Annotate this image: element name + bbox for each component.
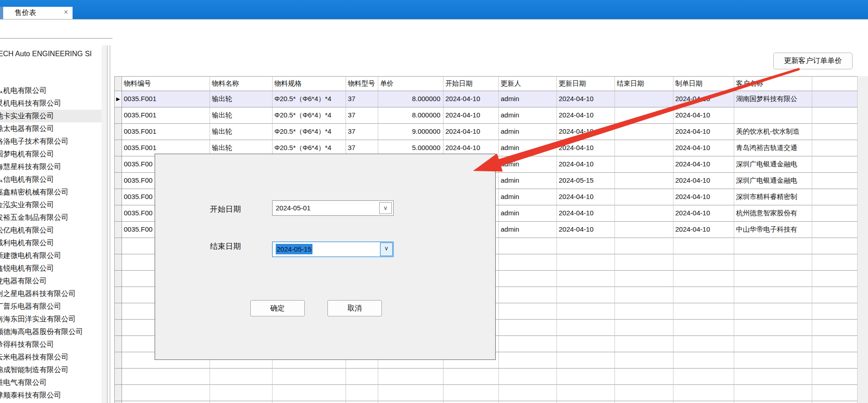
table-cell[interactable]: 美的饮水机-饮水制造 bbox=[734, 124, 812, 140]
end-date-combobox[interactable]: 2024-05-15 ∨ bbox=[272, 242, 394, 257]
table-cell[interactable] bbox=[812, 336, 858, 352]
table-cell[interactable] bbox=[499, 385, 557, 401]
table-cell[interactable] bbox=[734, 271, 812, 287]
table-row[interactable]: ▶0035.F001输出轮Φ20.5*（Φ6*4）*4378.000000202… bbox=[115, 91, 858, 107]
table-cell[interactable] bbox=[615, 189, 673, 205]
table-cell[interactable] bbox=[122, 369, 210, 385]
table-cell[interactable] bbox=[615, 385, 673, 401]
table-cell[interactable]: 深圳广电银通金融电 bbox=[734, 173, 812, 189]
table-cell[interactable] bbox=[615, 320, 673, 336]
table-header-cell[interactable]: 物料编号 bbox=[122, 77, 210, 91]
table-cell[interactable]: 37 bbox=[346, 91, 378, 107]
table-cell[interactable]: 2024-04-10 bbox=[673, 205, 734, 222]
table-cell[interactable] bbox=[812, 124, 858, 140]
table-cell[interactable] bbox=[444, 369, 499, 385]
table-cell[interactable]: 2024-04-10 bbox=[557, 205, 615, 222]
table-cell[interactable] bbox=[812, 91, 858, 107]
table-cell[interactable]: 输出轮 bbox=[210, 91, 273, 107]
table-cell[interactable] bbox=[499, 369, 557, 385]
table-empty-row[interactable] bbox=[115, 401, 858, 403]
table-cell[interactable]: admin bbox=[499, 156, 557, 173]
table-cell[interactable] bbox=[812, 189, 858, 205]
table-cell[interactable] bbox=[499, 320, 557, 336]
table-cell[interactable] bbox=[615, 173, 673, 189]
table-cell[interactable]: 8.000000 bbox=[378, 107, 444, 124]
table-cell[interactable] bbox=[615, 254, 673, 271]
table-cell[interactable]: 2024-04-10 bbox=[673, 140, 734, 156]
table-cell[interactable] bbox=[210, 369, 273, 385]
chevron-down-icon[interactable]: ∨ bbox=[380, 243, 393, 256]
table-cell[interactable] bbox=[812, 107, 858, 124]
sidebar-item[interactable]: 创之星电器科技有限公司 bbox=[0, 287, 102, 300]
table-cell[interactable] bbox=[557, 271, 615, 287]
sidebar-scrollbar[interactable] bbox=[107, 45, 110, 403]
table-cell[interactable] bbox=[557, 254, 615, 271]
table-cell[interactable] bbox=[615, 124, 673, 140]
table-cell[interactable]: admin bbox=[499, 173, 557, 189]
sidebar-item[interactable]: 洛洛电子技术有限公司 bbox=[0, 135, 102, 148]
table-cell[interactable]: 2024-04-10 bbox=[557, 107, 615, 124]
table-cell[interactable] bbox=[378, 369, 444, 385]
table-cell[interactable]: admin bbox=[499, 222, 557, 238]
table-cell[interactable]: 37 bbox=[346, 124, 378, 140]
table-header-cell[interactable]: 结束日期 bbox=[615, 77, 673, 91]
row-marker[interactable] bbox=[115, 320, 122, 336]
row-marker[interactable] bbox=[115, 401, 122, 403]
table-cell[interactable] bbox=[673, 254, 734, 271]
table-cell[interactable] bbox=[734, 254, 812, 271]
table-cell[interactable] bbox=[499, 303, 557, 320]
table-cell[interactable]: 0035.F001 bbox=[122, 124, 210, 140]
table-cell[interactable] bbox=[812, 254, 858, 271]
previous-tab-sliver[interactable] bbox=[0, 7, 3, 19]
row-marker[interactable] bbox=[115, 254, 122, 271]
table-cell[interactable]: admin bbox=[499, 205, 557, 222]
sidebar-item[interactable]: 丁普乐电器有限公司 bbox=[0, 300, 102, 313]
sidebar-item[interactable]: 海慧星科技有限公司 bbox=[0, 160, 102, 173]
table-cell[interactable]: admin bbox=[499, 189, 557, 205]
table-cell[interactable]: admin bbox=[499, 140, 557, 156]
start-date-combobox[interactable]: 2024-05-01 ∨ bbox=[272, 200, 394, 216]
table-cell[interactable] bbox=[557, 320, 615, 336]
table-cell[interactable] bbox=[812, 369, 858, 385]
row-marker[interactable] bbox=[115, 271, 122, 287]
table-cell[interactable] bbox=[615, 91, 673, 107]
table-cell[interactable]: 2024-04-10 bbox=[557, 189, 615, 205]
table-cell[interactable]: Φ20.5*（Φ6*4）*4 bbox=[273, 91, 346, 107]
table-cell[interactable]: 2024-04-10 bbox=[673, 189, 734, 205]
table-header-cell[interactable]: 单价 bbox=[378, 77, 444, 91]
table-cell[interactable] bbox=[812, 320, 858, 336]
table-cell[interactable] bbox=[615, 401, 673, 403]
table-cell[interactable] bbox=[499, 254, 557, 271]
table-empty-row[interactable] bbox=[115, 385, 858, 401]
row-marker[interactable] bbox=[115, 189, 122, 205]
table-cell[interactable] bbox=[122, 385, 210, 401]
table-cell[interactable]: 中山华帝电子科技有 bbox=[734, 222, 812, 238]
table-cell[interactable] bbox=[673, 303, 734, 320]
table-cell[interactable] bbox=[557, 352, 615, 369]
table-row[interactable]: 0035.F001输出轮Φ20.5*（Φ6*4）*4378.0000002024… bbox=[115, 107, 858, 124]
table-cell[interactable]: 2024-04-10 bbox=[673, 222, 734, 238]
table-cell[interactable]: 2024-04-10 bbox=[557, 156, 615, 173]
sidebar-item[interactable]: 鼎太电器有限公司 bbox=[0, 122, 102, 135]
table-cell[interactable]: 2024-04-10 bbox=[673, 91, 734, 107]
table-cell[interactable] bbox=[734, 107, 812, 124]
table-cell[interactable] bbox=[444, 401, 499, 403]
update-order-price-button[interactable]: 更新客户订单单价 bbox=[773, 53, 853, 69]
table-cell[interactable]: 2024-04-10 bbox=[444, 91, 499, 107]
table-cell[interactable] bbox=[122, 401, 210, 403]
table-cell[interactable]: Φ20.5*（Φ6*4）*4 bbox=[273, 107, 346, 124]
table-cell[interactable]: 37 bbox=[346, 107, 378, 124]
table-cell[interactable] bbox=[812, 271, 858, 287]
row-marker[interactable] bbox=[115, 336, 122, 352]
row-marker[interactable] bbox=[115, 385, 122, 401]
table-header-cell[interactable] bbox=[812, 77, 858, 91]
table-cell[interactable] bbox=[273, 369, 346, 385]
row-marker[interactable] bbox=[115, 124, 122, 140]
sidebar-item[interactable]: 希得科技有限公司 bbox=[0, 338, 102, 351]
table-cell[interactable] bbox=[812, 222, 858, 238]
table-cell[interactable] bbox=[499, 401, 557, 403]
table-cell[interactable]: 2024-04-10 bbox=[673, 124, 734, 140]
table-cell[interactable] bbox=[615, 271, 673, 287]
table-cell[interactable] bbox=[444, 385, 499, 401]
table-cell[interactable] bbox=[615, 222, 673, 238]
